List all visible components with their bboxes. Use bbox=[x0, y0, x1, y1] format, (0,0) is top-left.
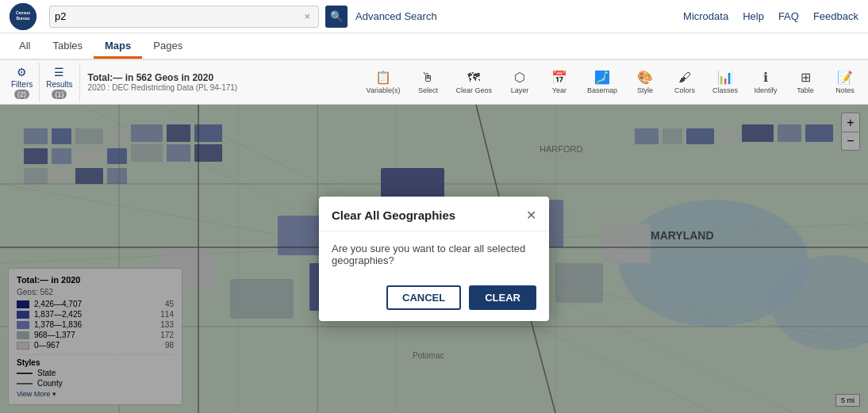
classes-icon: 📊 bbox=[717, 70, 733, 85]
tool-variables-label: Variable(s) bbox=[367, 86, 401, 94]
map-area[interactable]: MARYLAND HARFORD Potomac + − 5 mi Total:… bbox=[0, 105, 868, 413]
nav-feedback[interactable]: Feedback bbox=[813, 10, 858, 22]
tool-notes-label: Notes bbox=[835, 86, 855, 94]
table-icon: ⊞ bbox=[801, 70, 811, 85]
subnav-all[interactable]: All bbox=[8, 35, 41, 59]
modal-footer: CANCEL CLEAR bbox=[319, 277, 549, 321]
modal-title: Clear All Geographies bbox=[332, 208, 455, 222]
tool-variables[interactable]: 📋 Variable(s) bbox=[360, 67, 407, 98]
filters-button[interactable]: ⚙ Filters (2) bbox=[5, 63, 40, 102]
sub-nav: All Tables Maps Pages bbox=[0, 33, 868, 60]
filters-label: Filters bbox=[11, 80, 33, 89]
nav-microdata[interactable]: Microdata bbox=[683, 10, 728, 22]
subnav-pages[interactable]: Pages bbox=[142, 35, 194, 59]
header: Census Bureau × 🔍 Advanced Search Microd… bbox=[0, 0, 868, 33]
total-bar: Total:— in 562 Geos in 2020 2020 : DEC R… bbox=[80, 72, 360, 92]
search-bar: × bbox=[49, 6, 319, 28]
tool-layer-label: Layer bbox=[511, 86, 529, 94]
modal: Clear All Geographies ✕ Are you sure you… bbox=[319, 197, 549, 321]
style-icon: 🎨 bbox=[637, 70, 653, 85]
subnav-maps[interactable]: Maps bbox=[94, 35, 142, 59]
tool-colors-label: Colors bbox=[674, 86, 695, 94]
tool-select-label: Select bbox=[418, 86, 438, 94]
layer-icon: ⬡ bbox=[514, 70, 525, 85]
search-button[interactable]: 🔍 bbox=[325, 6, 348, 28]
tool-layer[interactable]: ⬡ Layer bbox=[501, 67, 538, 98]
cancel-button[interactable]: CANCEL bbox=[386, 285, 461, 310]
svg-text:Census: Census bbox=[16, 10, 30, 15]
variables-icon: 📋 bbox=[375, 70, 391, 85]
tool-basemap[interactable]: 🗾 Basemap bbox=[581, 67, 624, 98]
tool-classes[interactable]: 📊 Classes bbox=[706, 67, 744, 98]
select-icon: 🖱 bbox=[421, 71, 434, 85]
total-subtitle: 2020 : DEC Redistricting Data (PL 94-171… bbox=[88, 83, 352, 92]
tool-select[interactable]: 🖱 Select bbox=[409, 67, 446, 98]
logo-area: Census Bureau bbox=[10, 3, 36, 30]
search-icon: 🔍 bbox=[330, 10, 343, 22]
toolbar-tools: 📋 Variable(s) 🖱 Select 🗺 Clear Geos ⬡ La… bbox=[360, 67, 863, 98]
tool-basemap-label: Basemap bbox=[587, 86, 617, 94]
modal-header: Clear All Geographies ✕ bbox=[319, 197, 549, 231]
tool-table-label: Table bbox=[797, 86, 814, 94]
toolbar: ⚙ Filters (2) ☰ Results (1) Total:— in 5… bbox=[0, 60, 868, 105]
nav-faq[interactable]: FAQ bbox=[778, 10, 799, 22]
tool-notes[interactable]: 📝 Notes bbox=[827, 67, 863, 98]
notes-icon: 📝 bbox=[837, 70, 853, 85]
identify-icon: ℹ bbox=[763, 70, 768, 85]
census-logo: Census Bureau bbox=[10, 3, 36, 30]
tool-colors[interactable]: 🖌 Colors bbox=[666, 67, 703, 98]
colors-icon: 🖌 bbox=[678, 71, 691, 85]
basemap-icon: 🗾 bbox=[594, 70, 610, 85]
nav-links: Microdata Help FAQ Feedback bbox=[683, 10, 858, 22]
tool-style-label: Style bbox=[637, 86, 653, 94]
tool-clear-geos-label: Clear Geos bbox=[455, 86, 492, 94]
tool-identify[interactable]: ℹ Identify bbox=[747, 67, 784, 98]
nav-help[interactable]: Help bbox=[743, 10, 764, 22]
subnav-tables[interactable]: Tables bbox=[41, 35, 94, 59]
modal-body: Are you sure you want to clear all selec… bbox=[319, 231, 549, 277]
tool-style[interactable]: 🎨 Style bbox=[627, 67, 663, 98]
search-input[interactable] bbox=[55, 10, 304, 22]
search-clear-button[interactable]: × bbox=[304, 10, 310, 22]
svg-text:Bureau: Bureau bbox=[16, 16, 29, 21]
clear-geos-icon: 🗺 bbox=[467, 71, 480, 85]
filters-badge: (2) bbox=[14, 90, 29, 99]
results-icon: ☰ bbox=[54, 66, 64, 78]
tool-classes-label: Classes bbox=[712, 86, 738, 94]
clear-button[interactable]: CLEAR bbox=[469, 285, 536, 310]
tool-year[interactable]: 📅 Year bbox=[541, 67, 578, 98]
results-button[interactable]: ☰ Results (1) bbox=[40, 63, 79, 102]
tool-clear-geos[interactable]: 🗺 Clear Geos bbox=[449, 67, 498, 98]
modal-close-button[interactable]: ✕ bbox=[526, 208, 536, 223]
year-icon: 📅 bbox=[551, 70, 567, 85]
advanced-search-link[interactable]: Advanced Search bbox=[355, 10, 437, 22]
tool-table[interactable]: ⊞ Table bbox=[787, 67, 824, 98]
tool-identify-label: Identify bbox=[754, 86, 777, 94]
total-title: Total:— in 562 Geos in 2020 bbox=[88, 72, 352, 83]
filter-icon: ⚙ bbox=[17, 66, 27, 78]
results-badge: (1) bbox=[52, 90, 67, 99]
modal-overlay: Clear All Geographies ✕ Are you sure you… bbox=[0, 105, 868, 413]
results-label: Results bbox=[46, 80, 72, 89]
tool-year-label: Year bbox=[552, 86, 567, 94]
